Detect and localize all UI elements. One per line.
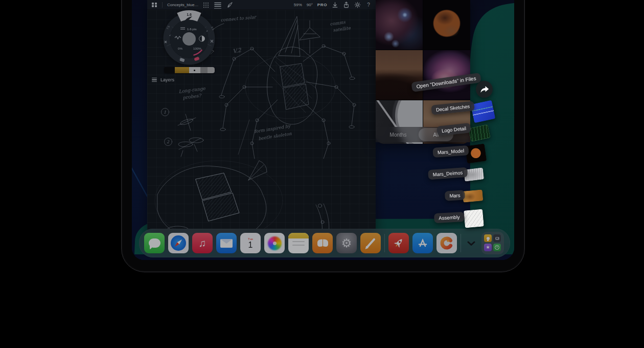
stage: Concepts_blue…	[0, 0, 644, 348]
ipad-screen: Concepts_blue…	[132, 0, 514, 260]
drag-thumb-decal-sketches[interactable]	[471, 100, 496, 123]
drag-open-in-files-label[interactable]: Open “Downloads” in Files	[411, 73, 481, 92]
drag-thumb-mars-model[interactable]	[465, 144, 487, 164]
drag-thumb-logo-detail[interactable]	[468, 124, 491, 142]
drag-thumb-mars[interactable]	[463, 189, 484, 202]
drag-item-label[interactable]: Mars_Deimos	[428, 167, 468, 180]
drag-layer: Open “Downloads” in Files Decal Sketches…	[132, 0, 514, 260]
drag-thumb-assembly[interactable]	[464, 209, 484, 228]
drag-item-label[interactable]: Mars	[445, 190, 465, 201]
forward-arrow-icon	[480, 85, 489, 94]
drag-item-label[interactable]: Assembly	[434, 212, 465, 223]
drag-item-label[interactable]: Mars_Model	[432, 145, 469, 158]
share-forward-button[interactable]	[476, 81, 493, 98]
drag-item-label[interactable]: Decal Sketches	[431, 101, 475, 115]
drag-item-label[interactable]: Logo Detail	[436, 123, 471, 136]
